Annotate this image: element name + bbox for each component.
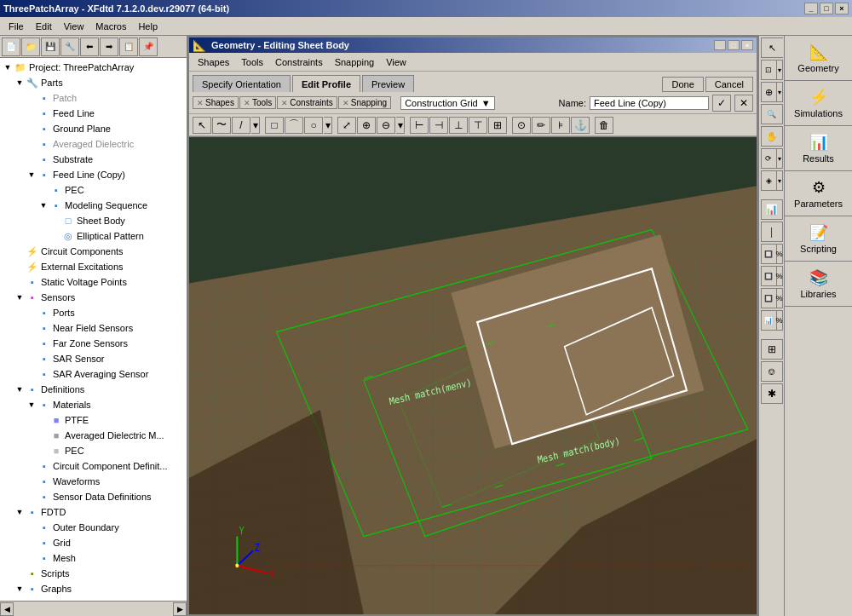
snap-btn[interactable]: ⎊ <box>761 361 783 382</box>
tool-rect[interactable]: □ <box>265 117 284 134</box>
tree-toggle-12[interactable] <box>14 245 26 257</box>
tree-item-34[interactable]: ▼▪Graphs <box>0 581 187 596</box>
pan-btn[interactable]: ✋ <box>761 126 783 147</box>
zoom-fit-btn[interactable]: ⊡ ▾ <box>761 60 783 80</box>
tree-item-28[interactable]: ▪Sensor Data Definitions <box>0 489 187 504</box>
maximize-btn[interactable]: □ <box>820 3 833 14</box>
tree-toggle-27[interactable] <box>26 475 37 487</box>
zoom-in-btn[interactable]: ⊕ ▾ <box>761 82 783 102</box>
scripting-panel-btn[interactable]: 📝 Scripting <box>785 216 852 262</box>
tree-item-25[interactable]: ■PEC <box>0 443 187 458</box>
tree-toggle-17[interactable] <box>26 322 37 334</box>
tag-shapes-close[interactable]: ✕ <box>197 99 204 107</box>
tab-edit-profile[interactable]: Edit Profile <box>292 75 360 92</box>
tree-item-1[interactable]: ▼🔧Parts <box>0 75 187 90</box>
tab-preview[interactable]: Preview <box>362 75 414 92</box>
tree-item-17[interactable]: ▪Near Field Sensors <box>0 320 187 336</box>
tree-item-12[interactable]: ⚡Circuit Components <box>0 244 187 259</box>
tree-toggle-30[interactable] <box>26 521 37 533</box>
tree-toggle-2[interactable] <box>26 92 37 104</box>
geo-menu-view[interactable]: View <box>381 55 412 69</box>
tree-item-29[interactable]: ▼▪FDTD <box>0 504 187 520</box>
tree-toggle-13[interactable] <box>14 261 26 273</box>
toolbar-open[interactable]: 📁 <box>21 37 40 56</box>
toolbar-pin[interactable]: 📌 <box>139 37 158 56</box>
close-btn[interactable]: × <box>835 3 849 14</box>
geo-menu-tools[interactable]: Tools <box>236 55 268 69</box>
tree-item-15[interactable]: ▼▪Sensors <box>0 290 187 305</box>
tree-item-11[interactable]: ◎Elliptical Pattern <box>0 228 187 244</box>
tree-toggle-10[interactable] <box>49 215 61 227</box>
tree-item-18[interactable]: ▪Far Zone Sensors <box>0 336 187 351</box>
tree-item-33[interactable]: ▪Scripts <box>0 566 187 581</box>
simulations-panel-btn[interactable]: ⚡ Simulations <box>785 81 852 126</box>
tag-constraints-close[interactable]: ✕ <box>281 99 288 107</box>
tool-curve[interactable]: 〜 <box>212 117 231 134</box>
toolbar-settings[interactable]: 🔧 <box>60 37 79 56</box>
tool-anchor[interactable]: ⚓ <box>571 117 590 134</box>
tree-item-3[interactable]: ▪Feed Line <box>0 106 187 121</box>
tree-toggle-22[interactable]: ▼ <box>26 399 37 411</box>
tab-specify-orientation[interactable]: Specify Orientation <box>193 75 291 92</box>
tree-toggle-14[interactable] <box>14 276 26 288</box>
tree-toggle-28[interactable] <box>26 491 37 503</box>
menu-help[interactable]: Help <box>133 20 163 33</box>
construction-grid-dropdown[interactable]: Construction Grid ▼ <box>400 96 494 110</box>
tree-item-19[interactable]: ▪SAR Sensor <box>0 351 187 366</box>
tree-toggle-31[interactable] <box>26 537 37 549</box>
star-btn[interactable]: ✱ <box>761 383 783 404</box>
tag-tools-close[interactable]: ✕ <box>244 99 250 107</box>
tree-item-14[interactable]: ▪Static Voltage Points <box>0 274 187 290</box>
parameters-panel-btn[interactable]: ⚙ Parameters <box>785 171 852 216</box>
tool-move-pt[interactable]: ⤢ <box>337 117 356 134</box>
tree-item-32[interactable]: ▪Mesh <box>0 550 187 566</box>
tag-snapping-close[interactable]: ✕ <box>343 99 349 107</box>
tree-item-22[interactable]: ▼▪Materials <box>0 397 187 412</box>
done-button[interactable]: Done <box>662 77 703 92</box>
toolbar-copy[interactable]: 📋 <box>119 37 138 56</box>
tree-toggle-0[interactable]: ▼ <box>2 61 14 73</box>
name-accept[interactable]: ✓ <box>712 95 731 112</box>
chart-btn[interactable]: 📊 <box>761 199 783 220</box>
tool-align-left[interactable]: ⊢ <box>410 117 429 134</box>
tree-toggle-34[interactable]: ▼ <box>14 583 26 595</box>
tree-item-24[interactable]: ■Averaged Dielectric M... <box>0 428 187 443</box>
tool-split-dropdown[interactable]: ▾ <box>396 117 405 134</box>
geometry-panel-btn[interactable]: 📐 Geometry <box>785 36 852 81</box>
name-cancel[interactable]: ✕ <box>734 95 753 112</box>
name-input[interactable] <box>590 96 709 110</box>
tree-toggle-26[interactable] <box>26 460 37 472</box>
geo-close[interactable]: × <box>741 40 753 50</box>
tree-item-6[interactable]: ▪Substrate <box>0 152 187 167</box>
tree-toggle-29[interactable]: ▼ <box>14 506 26 518</box>
toolbar-save[interactable]: 💾 <box>41 37 60 56</box>
rotate-btn[interactable]: ⟳ ▾ <box>761 148 783 169</box>
tree-toggle-11[interactable] <box>49 230 61 242</box>
tree-item-2[interactable]: ▪Patch <box>0 90 187 106</box>
tree-toggle-7[interactable]: ▼ <box>26 169 37 181</box>
tree-toggle-18[interactable] <box>26 337 37 349</box>
geo-menu-snapping[interactable]: Snapping <box>330 55 380 69</box>
tool-circle[interactable]: ○ <box>304 117 323 134</box>
tree-item-23[interactable]: ■PTFE <box>0 412 187 428</box>
view-orient-btn[interactable]: ◈ ▾ <box>761 170 783 191</box>
menu-edit[interactable]: Edit <box>31 20 57 33</box>
minimize-btn[interactable]: _ <box>804 3 818 14</box>
tree-toggle-24[interactable] <box>37 429 49 441</box>
tree-toggle-25[interactable] <box>37 445 49 457</box>
title-bar-controls[interactable]: _ □ × <box>804 3 849 14</box>
libraries-panel-btn[interactable]: 📚 Libraries <box>785 262 852 307</box>
tool-arc[interactable]: ⌒ <box>285 117 303 134</box>
chart2-btn[interactable]: 📊 % <box>761 310 783 331</box>
tree-scroll-left[interactable]: ◀ <box>0 602 14 616</box>
tree-item-21[interactable]: ▼▪Definitions <box>0 382 187 397</box>
tree-toggle-20[interactable] <box>26 368 37 380</box>
tree-toggle-4[interactable] <box>26 123 37 135</box>
tree-item-8[interactable]: ▪PEC <box>0 182 187 198</box>
tree-toggle-9[interactable]: ▼ <box>37 199 49 211</box>
tool-align-top[interactable]: ⊤ <box>469 117 487 134</box>
tree-toggle-16[interactable] <box>26 307 37 319</box>
tree-toggle-3[interactable] <box>26 107 37 119</box>
tag-snapping[interactable]: ✕ Snapping <box>338 96 391 109</box>
cancel-button[interactable]: Cancel <box>705 77 753 92</box>
